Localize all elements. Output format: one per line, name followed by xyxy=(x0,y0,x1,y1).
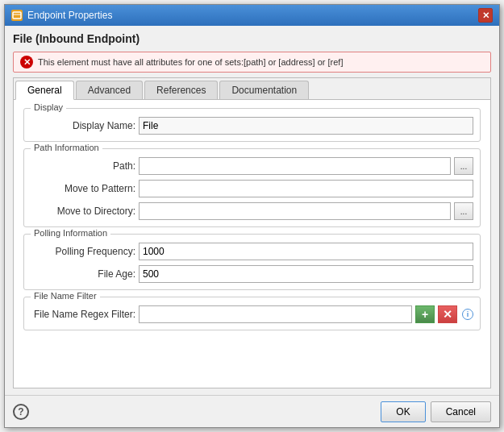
error-message: This element must have all attributes fo… xyxy=(38,57,343,67)
path-label: Path: xyxy=(31,160,135,172)
display-section: Display Display Name: xyxy=(23,108,481,142)
move-to-pattern-input[interactable] xyxy=(139,180,473,197)
tab-advanced[interactable]: Advanced xyxy=(76,81,143,99)
filter-section-title: File Name Filter xyxy=(31,291,100,301)
polling-frequency-input[interactable] xyxy=(139,243,473,260)
file-name-regex-input[interactable] xyxy=(139,305,412,323)
tab-general[interactable]: General xyxy=(15,81,74,100)
tab-container: General Advanced References Documentatio… xyxy=(13,77,491,388)
tab-references[interactable]: References xyxy=(144,81,218,99)
error-banner: ✕ This element must have all attributes … xyxy=(13,52,491,73)
move-to-directory-label: Move to Directory: xyxy=(31,206,135,217)
path-section: Path Information Path: ... Move to Patte… xyxy=(23,148,481,227)
bottom-bar: ? OK Cancel xyxy=(5,395,499,427)
window-title: Endpoint Properties xyxy=(27,10,112,21)
file-name-regex-label: File Name Regex Filter: xyxy=(31,309,135,320)
filter-section: File Name Filter File Name Regex Filter:… xyxy=(23,297,481,330)
display-name-input[interactable] xyxy=(139,117,473,135)
path-row: Path: ... xyxy=(31,157,473,175)
title-bar: Endpoint Properties ✕ xyxy=(5,5,499,26)
file-age-input[interactable] xyxy=(139,265,473,283)
move-to-pattern-label: Move to Pattern: xyxy=(31,183,135,194)
file-age-row: File Age: xyxy=(31,265,473,283)
path-browse-button[interactable]: ... xyxy=(454,157,473,175)
polling-frequency-row: Polling Frequency: xyxy=(31,243,473,260)
polling-section-title: Polling Information xyxy=(31,228,110,238)
move-to-directory-row: Move to Directory: ... xyxy=(31,202,473,220)
svg-rect-0 xyxy=(13,12,21,19)
path-section-title: Path Information xyxy=(31,143,102,152)
display-section-title: Display xyxy=(31,102,66,112)
move-to-directory-browse-button[interactable]: ... xyxy=(454,202,473,220)
help-button[interactable]: ? xyxy=(13,404,29,420)
tab-bar: General Advanced References Documentatio… xyxy=(14,78,490,100)
file-name-regex-row: File Name Regex Filter: + ✕ i xyxy=(31,305,473,323)
polling-section: Polling Information Polling Frequency: F… xyxy=(23,234,481,290)
display-name-row: Display Name: xyxy=(31,117,473,135)
path-input[interactable] xyxy=(139,157,451,175)
window-icon xyxy=(11,10,23,21)
cancel-button[interactable]: Cancel xyxy=(431,401,491,422)
add-filter-button[interactable]: + xyxy=(415,305,435,323)
window-content: File (Inbound Endpoint) ✕ This element m… xyxy=(5,26,499,395)
close-button[interactable]: ✕ xyxy=(478,8,493,23)
polling-frequency-label: Polling Frequency: xyxy=(31,246,135,257)
bottom-buttons: OK Cancel xyxy=(381,401,491,422)
move-to-directory-input[interactable] xyxy=(139,202,451,220)
filter-info-icon: i xyxy=(462,309,473,320)
tab-content-general: Display Display Name: Path Information P… xyxy=(14,100,490,388)
error-icon: ✕ xyxy=(20,56,33,69)
ok-button[interactable]: OK xyxy=(381,401,425,422)
window-heading: File (Inbound Endpoint) xyxy=(13,32,491,45)
tab-documentation[interactable]: Documentation xyxy=(219,81,309,99)
display-name-label: Display Name: xyxy=(31,120,135,131)
move-to-pattern-row: Move to Pattern: xyxy=(31,180,473,197)
file-age-label: File Age: xyxy=(31,268,135,280)
title-bar-left: Endpoint Properties xyxy=(11,10,112,21)
endpoint-properties-window: Endpoint Properties ✕ File (Inbound Endp… xyxy=(4,4,500,428)
remove-filter-button[interactable]: ✕ xyxy=(438,305,457,323)
